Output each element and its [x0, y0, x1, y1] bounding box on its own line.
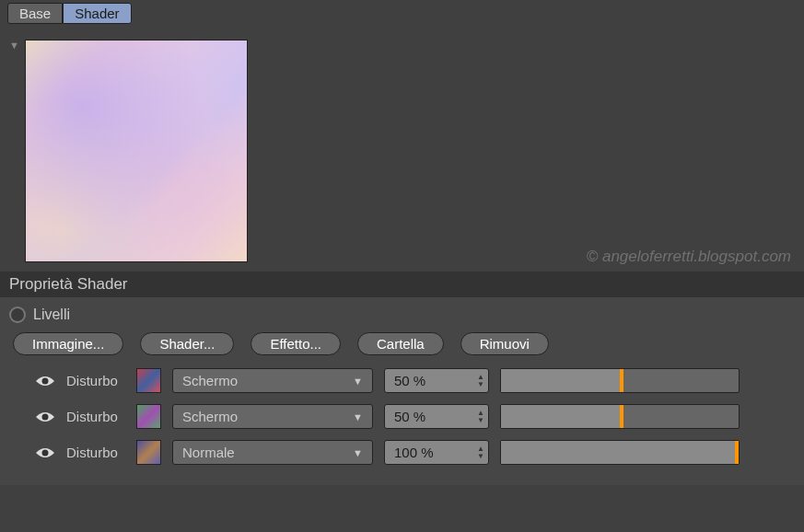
slider-fill: [501, 369, 620, 392]
svg-point-2: [42, 449, 49, 456]
opacity-slider[interactable]: [500, 368, 740, 393]
action-buttons: Immagine... Shader... Effetto... Cartell…: [9, 332, 795, 355]
shader-preview[interactable]: [25, 40, 248, 262]
tab-shader[interactable]: Shader: [63, 3, 131, 24]
svg-point-0: [42, 377, 49, 384]
svg-point-1: [42, 413, 49, 420]
slider-handle[interactable]: [735, 441, 739, 464]
blend-mode-dropdown[interactable]: Schermo ▼: [172, 368, 373, 393]
opacity-input[interactable]: 50 % ▲▼: [384, 404, 489, 429]
blend-mode-value: Schermo: [182, 373, 238, 388]
chevron-down-icon: ▼: [353, 411, 363, 422]
layer-swatch[interactable]: [136, 440, 161, 465]
slider-fill: [501, 441, 739, 464]
levels-row: Livelli: [9, 306, 795, 323]
blend-mode-value: Normale: [182, 445, 235, 460]
blend-mode-value: Schermo: [182, 409, 238, 424]
spinner-icon[interactable]: ▲▼: [477, 445, 484, 459]
visibility-eye-icon[interactable]: [35, 411, 55, 423]
layer-row: Disturbo Schermo ▼ 50 % ▲▼: [9, 404, 795, 429]
layer-name: Disturbo: [66, 373, 125, 388]
preview-area: ▼ © angeloferretti.blogspot.com: [0, 27, 804, 272]
opacity-slider[interactable]: [500, 440, 740, 465]
effect-button[interactable]: Effetto...: [251, 332, 341, 355]
image-button[interactable]: Immagine...: [13, 332, 123, 355]
layer-name: Disturbo: [66, 445, 125, 460]
opacity-value: 100 %: [394, 445, 477, 460]
opacity-slider[interactable]: [500, 404, 740, 429]
opacity-input[interactable]: 100 % ▲▼: [384, 440, 489, 465]
chevron-down-icon: ▼: [353, 376, 363, 387]
visibility-eye-icon[interactable]: [35, 375, 55, 387]
opacity-value: 50 %: [394, 409, 477, 424]
slider-handle[interactable]: [620, 405, 623, 428]
expand-arrow-icon[interactable]: ▼: [9, 40, 19, 51]
spinner-icon[interactable]: ▲▼: [477, 374, 484, 387]
visibility-eye-icon[interactable]: [35, 446, 55, 459]
levels-label: Livelli: [33, 306, 70, 323]
folder-button[interactable]: Cartella: [357, 332, 444, 355]
layer-swatch[interactable]: [136, 404, 161, 429]
blend-mode-dropdown[interactable]: Normale ▼: [172, 440, 373, 465]
tab-base[interactable]: Base: [7, 3, 63, 24]
slider-fill: [501, 405, 620, 428]
shader-button[interactable]: Shader...: [140, 332, 234, 355]
slider-handle[interactable]: [620, 369, 623, 392]
section-header: Proprietà Shader: [0, 272, 804, 297]
blend-mode-dropdown[interactable]: Schermo ▼: [172, 404, 373, 429]
chevron-down-icon: ▼: [353, 447, 363, 458]
opacity-value: 50 %: [394, 373, 477, 388]
remove-button[interactable]: Rimuovi: [460, 332, 549, 355]
layer-row: Disturbo Normale ▼ 100 % ▲▼: [9, 440, 795, 465]
layer-swatch[interactable]: [136, 368, 161, 393]
opacity-input[interactable]: 50 % ▲▼: [384, 368, 489, 393]
levels-radio[interactable]: [9, 306, 26, 323]
spinner-icon[interactable]: ▲▼: [477, 410, 484, 423]
layer-row: Disturbo Schermo ▼ 50 % ▲▼: [9, 368, 795, 393]
watermark-text: © angeloferretti.blogspot.com: [587, 248, 791, 266]
shader-properties-panel: Livelli Immagine... Shader... Effetto...…: [0, 297, 804, 485]
top-tabs: Base Shader: [0, 0, 804, 27]
layer-name: Disturbo: [66, 409, 125, 424]
